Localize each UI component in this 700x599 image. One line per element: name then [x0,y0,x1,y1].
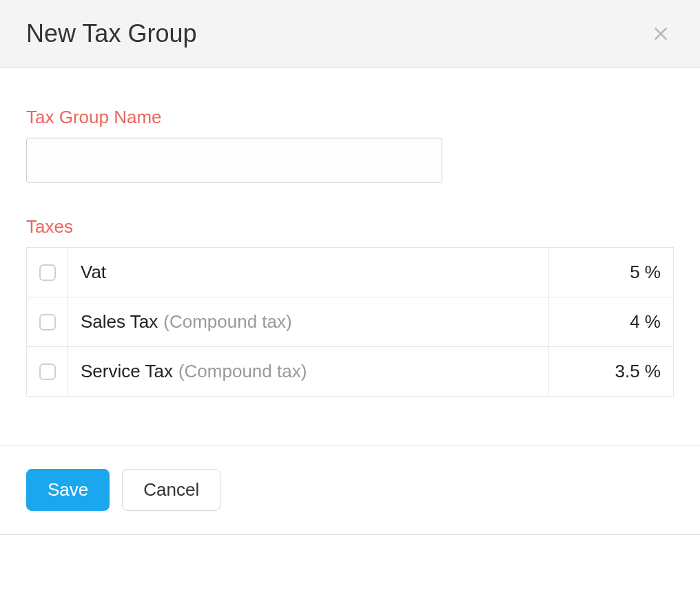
cancel-button[interactable]: Cancel [122,469,220,511]
tax-note: (Compound tax) [163,311,291,333]
tax-group-name-label: Tax Group Name [26,107,674,128]
taxes-label: Taxes [26,216,674,238]
save-button[interactable]: Save [26,469,110,511]
close-button[interactable] [648,21,674,47]
taxes-table: Vat 5 % Sales Tax (Compound tax) 4 % [26,247,674,397]
tax-percent: 3.5 % [615,361,661,382]
tax-name: Vat [81,262,106,283]
tax-percent: 4 % [630,311,661,333]
modal-header: New Tax Group [0,0,700,68]
tax-checkbox-vat[interactable] [39,264,56,281]
table-row: Vat 5 % [27,248,673,297]
new-tax-group-modal: New Tax Group Tax Group Name Taxes Vat [0,0,700,535]
close-icon [652,25,670,43]
modal-footer: Save Cancel [0,445,700,534]
tax-name: Service Tax [81,361,173,382]
tax-note: (Compound tax) [178,361,307,382]
modal-body: Tax Group Name Taxes Vat 5 % [0,68,700,445]
tax-checkbox-sales[interactable] [39,314,56,330]
tax-group-name-input[interactable] [26,138,442,183]
modal-title: New Tax Group [26,19,196,48]
tax-checkbox-service[interactable] [39,364,56,380]
table-row: Sales Tax (Compound tax) 4 % [27,297,673,346]
tax-percent: 5 % [630,262,661,283]
tax-name: Sales Tax [81,311,158,333]
table-row: Service Tax (Compound tax) 3.5 % [27,346,673,396]
